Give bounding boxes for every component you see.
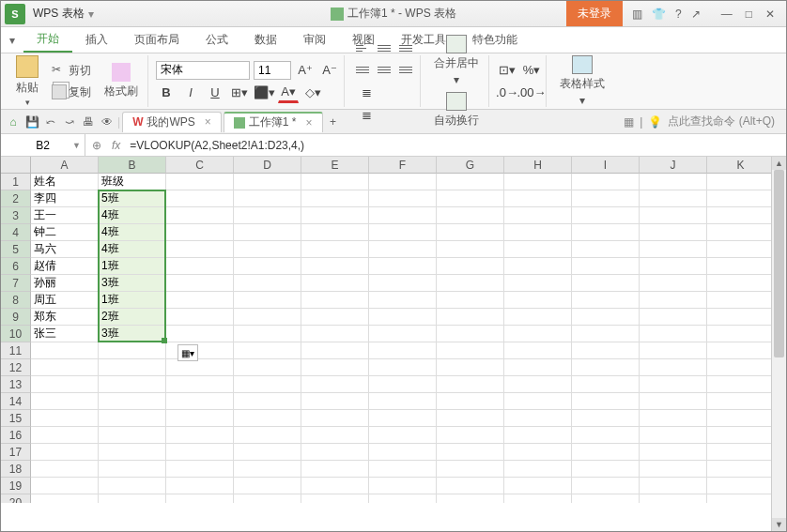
cell[interactable] bbox=[504, 494, 572, 503]
align-top-left[interactable] bbox=[352, 38, 373, 58]
indent-dec-button[interactable]: ≣ bbox=[356, 82, 377, 102]
decrease-font-button[interactable]: A⁻ bbox=[319, 60, 340, 81]
cell[interactable] bbox=[707, 461, 775, 478]
cell[interactable] bbox=[99, 342, 166, 359]
cell[interactable] bbox=[707, 342, 775, 359]
scroll-up-icon[interactable]: ▲ bbox=[772, 157, 786, 170]
cell[interactable] bbox=[234, 241, 301, 258]
cell[interactable] bbox=[640, 174, 707, 190]
align-top-right[interactable] bbox=[395, 38, 416, 58]
cell[interactable] bbox=[369, 444, 437, 461]
cell[interactable] bbox=[369, 376, 437, 393]
cell[interactable] bbox=[166, 461, 234, 478]
cell[interactable] bbox=[707, 376, 775, 393]
cell[interactable] bbox=[301, 258, 369, 275]
cell[interactable] bbox=[437, 258, 504, 275]
cell[interactable] bbox=[572, 174, 640, 190]
row-header[interactable]: 8 bbox=[1, 292, 31, 309]
row-header[interactable]: 10 bbox=[1, 326, 31, 342]
print-icon[interactable]: 🖶 bbox=[80, 114, 97, 130]
cell[interactable] bbox=[504, 461, 572, 478]
cell[interactable] bbox=[369, 410, 437, 427]
cell[interactable] bbox=[572, 461, 640, 478]
close-button[interactable]: ✕ bbox=[765, 8, 775, 21]
scroll-thumb[interactable] bbox=[774, 170, 784, 357]
cell[interactable] bbox=[707, 190, 775, 207]
cell[interactable] bbox=[707, 326, 775, 342]
cell[interactable] bbox=[166, 292, 234, 309]
cell[interactable] bbox=[234, 207, 301, 224]
cell[interactable] bbox=[301, 461, 369, 478]
cell[interactable] bbox=[369, 241, 437, 258]
cell[interactable] bbox=[301, 427, 369, 444]
cell[interactable] bbox=[31, 393, 99, 410]
col-header[interactable]: I bbox=[572, 157, 640, 174]
col-header[interactable]: K bbox=[707, 157, 775, 174]
size-select[interactable] bbox=[254, 61, 291, 80]
cell[interactable] bbox=[640, 494, 707, 503]
col-header[interactable]: C bbox=[166, 157, 234, 174]
skin-icon[interactable]: ▥ bbox=[632, 8, 642, 21]
cell[interactable] bbox=[504, 427, 572, 444]
preview-icon[interactable]: 👁 bbox=[99, 114, 116, 130]
cell[interactable] bbox=[437, 224, 504, 241]
cell[interactable] bbox=[369, 359, 437, 376]
cell[interactable] bbox=[166, 309, 234, 326]
cell[interactable] bbox=[31, 444, 99, 461]
row-header[interactable]: 4 bbox=[1, 224, 31, 241]
cell[interactable] bbox=[572, 309, 640, 326]
cell[interactable]: 马六 bbox=[31, 241, 99, 258]
col-header[interactable]: G bbox=[437, 157, 504, 174]
maximize-button[interactable]: □ bbox=[746, 8, 752, 21]
clear-format-button[interactable]: ◇▾ bbox=[302, 83, 323, 103]
cell[interactable] bbox=[504, 326, 572, 342]
menu-tab-5[interactable]: 审阅 bbox=[290, 27, 339, 53]
cell[interactable] bbox=[640, 292, 707, 309]
cell[interactable] bbox=[31, 461, 99, 478]
close-tab-icon[interactable]: × bbox=[306, 116, 313, 129]
cell[interactable] bbox=[572, 376, 640, 393]
row-header[interactable]: 2 bbox=[1, 190, 31, 207]
cell[interactable] bbox=[572, 258, 640, 275]
cell[interactable] bbox=[234, 478, 301, 494]
cell[interactable] bbox=[504, 376, 572, 393]
cell[interactable] bbox=[234, 376, 301, 393]
cell[interactable] bbox=[369, 342, 437, 359]
cell[interactable] bbox=[572, 393, 640, 410]
cell[interactable] bbox=[166, 207, 234, 224]
cell[interactable]: 4班 bbox=[99, 241, 166, 258]
col-header[interactable]: A bbox=[31, 157, 99, 174]
row-header[interactable]: 6 bbox=[1, 258, 31, 275]
cell[interactable] bbox=[369, 224, 437, 241]
tab-my-wps[interactable]: W我的WPS× bbox=[122, 112, 222, 132]
minimize-button[interactable]: — bbox=[721, 8, 733, 21]
new-tab-button[interactable]: + bbox=[325, 114, 342, 130]
cell[interactable] bbox=[234, 224, 301, 241]
cell[interactable] bbox=[640, 410, 707, 427]
col-header[interactable]: F bbox=[369, 157, 437, 174]
cell[interactable] bbox=[437, 461, 504, 478]
cell[interactable] bbox=[99, 494, 166, 503]
cell[interactable] bbox=[369, 326, 437, 342]
cell[interactable] bbox=[301, 207, 369, 224]
number-format-button[interactable]: ⊡▾ bbox=[497, 60, 517, 81]
cell[interactable] bbox=[99, 410, 166, 427]
shirt-icon[interactable]: 👕 bbox=[652, 8, 666, 21]
cell[interactable] bbox=[234, 174, 301, 190]
cell[interactable] bbox=[369, 494, 437, 503]
spreadsheet-grid[interactable]: ABCDEFGHIJK 1234567891011121314151617181… bbox=[1, 157, 786, 503]
paste-options-button[interactable]: ▦▾ bbox=[177, 344, 198, 361]
cell[interactable] bbox=[572, 478, 640, 494]
cell[interactable]: 3班 bbox=[99, 326, 166, 342]
col-header[interactable]: E bbox=[301, 157, 369, 174]
cell[interactable] bbox=[166, 393, 234, 410]
cell[interactable] bbox=[31, 410, 99, 427]
cell[interactable] bbox=[301, 190, 369, 207]
cell[interactable] bbox=[707, 224, 775, 241]
cell[interactable]: 王一 bbox=[31, 207, 99, 224]
home-icon[interactable]: ⌂ bbox=[5, 114, 22, 130]
cell[interactable] bbox=[166, 224, 234, 241]
cell[interactable]: 郑东 bbox=[31, 309, 99, 326]
format-painter-button[interactable]: 格式刷 bbox=[99, 61, 144, 101]
cell[interactable] bbox=[572, 292, 640, 309]
